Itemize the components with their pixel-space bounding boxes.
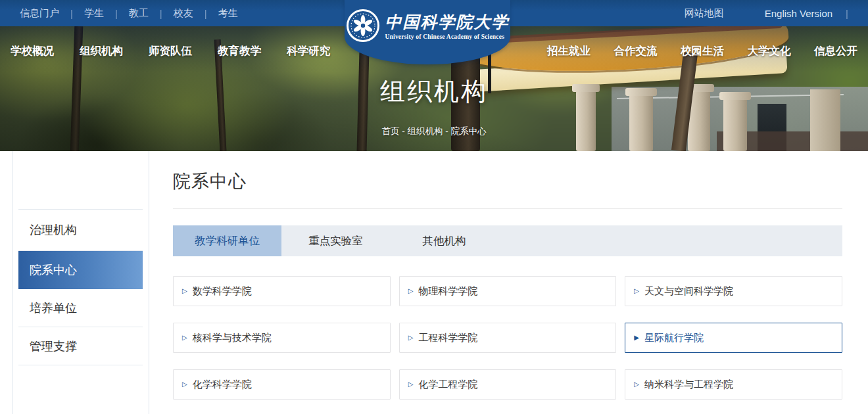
title-divider: [173, 208, 842, 209]
nav-item-research[interactable]: 科学研究: [287, 44, 330, 58]
page-content: 治理机构 院系中心 培养单位 管理支撑 院系中心 教学科研单位 重点实验室 其他…: [0, 151, 868, 414]
separator: |: [205, 8, 207, 19]
sidebar: 治理机构 院系中心 培养单位 管理支撑: [12, 151, 149, 414]
nav-item-organization[interactable]: 组织机构: [80, 44, 123, 58]
tab-key-laboratories[interactable]: 重点实验室: [281, 225, 390, 256]
nav-item-about[interactable]: 学校概况: [11, 44, 54, 58]
topbar-link-alumni[interactable]: 校友: [174, 7, 193, 20]
banner-title: 组织机构: [0, 75, 868, 108]
topbar-link-faculty[interactable]: 教工: [129, 7, 149, 20]
logo-name-english: University of Chinese Academy of Science…: [385, 34, 510, 40]
sidebar-spacer: [18, 151, 143, 210]
department-name: 星际航行学院: [644, 332, 704, 344]
sitemap-link[interactable]: 网站地图: [685, 7, 724, 20]
page-title: 院系中心: [173, 170, 842, 193]
tab-bar: 教学科研单位 重点实验室 其他机构: [173, 225, 842, 256]
sidebar-item-departments[interactable]: 院系中心: [18, 251, 143, 289]
logo-text: 中国科学院大学 University of Chinese Academy of…: [385, 12, 510, 40]
department-name: 物理科学学院: [418, 285, 477, 298]
department-name: 纳米科学与工程学院: [644, 379, 733, 391]
triangle-icon: ▷: [182, 381, 187, 388]
triangle-icon: ▷: [182, 334, 187, 341]
triangle-icon: ▶: [634, 334, 639, 341]
department-card[interactable]: ▷ 核科学与技术学院: [173, 323, 391, 353]
department-card[interactable]: ▷ 物理科学学院: [399, 276, 617, 306]
triangle-icon: ▷: [634, 288, 639, 294]
separator: |: [846, 8, 848, 19]
nav-item-culture[interactable]: 大学文化: [748, 44, 791, 58]
logo-inner: 中国科学院大学 University of Chinese Academy of…: [346, 9, 510, 43]
main-panel: 院系中心 教学科研单位 重点实验室 其他机构 ▷ 数学科学学院 ▷ 物理科学学院…: [173, 151, 842, 400]
department-name: 工程科学学院: [418, 332, 477, 344]
department-name: 天文与空间科学学院: [644, 285, 733, 298]
triangle-icon: ▷: [408, 334, 414, 341]
department-card[interactable]: ▷ 纳米科学与工程学院: [625, 369, 842, 400]
university-emblem-icon: [346, 9, 380, 43]
nav-item-admissions[interactable]: 招生就业: [547, 44, 591, 58]
department-card[interactable]: ▷ 天文与空间科学学院: [625, 276, 842, 306]
triangle-icon: ▷: [408, 288, 414, 294]
logo-name-chinese: 中国科学院大学: [385, 12, 510, 32]
department-name: 化学工程学院: [418, 379, 477, 391]
separator: |: [70, 8, 73, 19]
separator: |: [160, 8, 162, 19]
department-card[interactable]: ▷ 工程科学学院: [399, 323, 617, 353]
triangle-icon: ▷: [182, 288, 187, 294]
university-logo[interactable]: 中国科学院大学 University of Chinese Academy of…: [345, 0, 510, 64]
sidebar-item-training[interactable]: 培养单位: [18, 289, 143, 327]
nav-item-cooperation[interactable]: 合作交流: [614, 44, 658, 58]
english-version-link[interactable]: English Version: [765, 8, 832, 19]
nav-item-education[interactable]: 教育教学: [218, 44, 261, 58]
main-nav-right: 招生就业 合作交流 校园生活 大学文化 信息公开: [547, 41, 857, 61]
topbar-left-links: 信息门户 | 学生 | 教工 | 校友 | 考生: [20, 7, 238, 20]
nav-item-faculty[interactable]: 师资队伍: [149, 44, 192, 58]
tab-other-institutions[interactable]: 其他机构: [390, 225, 498, 256]
triangle-icon: ▷: [634, 381, 639, 388]
separator: |: [115, 8, 118, 19]
topbar-link-applicants[interactable]: 考生: [218, 7, 238, 20]
department-card-highlighted[interactable]: ▶ 星际航行学院: [625, 323, 842, 353]
department-card[interactable]: ▷ 化学科学学院: [173, 369, 391, 400]
topbar-right-links: 网站地图 English Version |: [685, 7, 848, 20]
nav-item-information[interactable]: 信息公开: [814, 44, 857, 58]
department-name: 核科学与技术学院: [193, 332, 272, 344]
nav-item-campus-life[interactable]: 校园生活: [681, 44, 724, 58]
department-name: 化学科学学院: [193, 379, 252, 391]
department-name: 数学科学学院: [193, 285, 252, 298]
tab-teaching-research-units[interactable]: 教学科研单位: [173, 225, 281, 256]
sidebar-item-governance[interactable]: 治理机构: [18, 210, 143, 251]
main-nav-left: 学校概况 组织机构 师资队伍 教育教学 科学研究: [11, 41, 330, 61]
topbar-link-students[interactable]: 学生: [84, 7, 104, 20]
sidebar-item-management[interactable]: 管理支撑: [18, 327, 143, 365]
topbar-link-portal[interactable]: 信息门户: [20, 7, 59, 20]
department-card[interactable]: ▷ 化学工程学院: [399, 369, 617, 400]
department-grid: ▷ 数学科学学院 ▷ 物理科学学院 ▷ 天文与空间科学学院 ▷ 核科学与技术学院…: [173, 276, 842, 400]
department-card[interactable]: ▷ 数学科学学院: [173, 276, 391, 306]
triangle-icon: ▷: [408, 381, 414, 388]
breadcrumb[interactable]: 首页 - 组织机构 - 院系中心: [0, 126, 868, 137]
